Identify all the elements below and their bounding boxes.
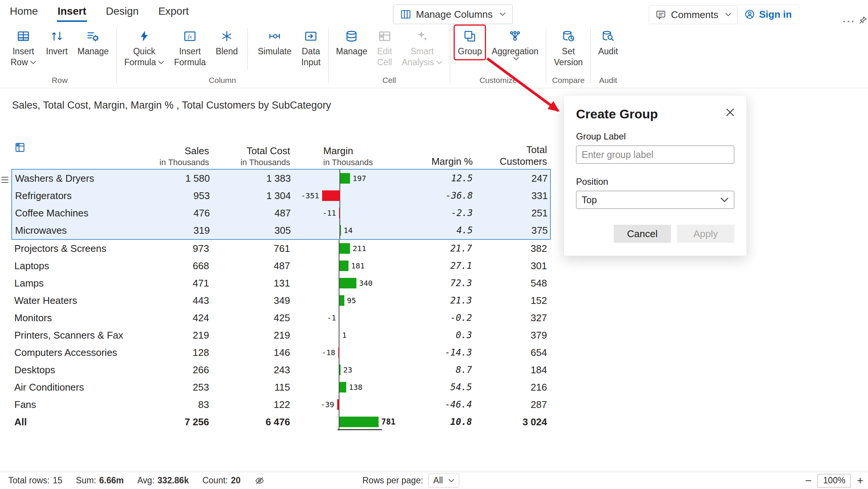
ribbon-button-manage-row[interactable]: Manage [75, 26, 112, 59]
sales-value: 266 [130, 364, 213, 376]
table-row[interactable]: Microwaves319305144.5375 [12, 222, 550, 239]
column-header-margin-pct[interactable]: Margin % [411, 156, 477, 167]
cost-value: 122 [213, 399, 294, 411]
table-row[interactable]: Monitors424425-1-0.2327 [11, 309, 551, 327]
ribbon-button-label: Group [458, 46, 482, 57]
margin-bar [322, 190, 340, 201]
status-summary: Total rows:15Sum:6.66mAvg:332.86kCount:2… [8, 472, 265, 489]
ribbon-button-insert-formula[interactable]: fxInsertFormula [171, 26, 209, 70]
ribbon-button-group[interactable]: Group [455, 26, 485, 59]
apply-button[interactable]: Apply [677, 225, 734, 243]
margin-pct-value: 27.1 [411, 261, 477, 271]
ribbon-group-compare: SetVersionCompare [547, 24, 590, 88]
zoom-controls: − 100% + [805, 472, 863, 489]
table-row[interactable]: Water Heaters4433499521.3152 [11, 292, 551, 309]
table-row[interactable]: Lamps47113134072.3548 [11, 274, 551, 292]
margin-bar [339, 243, 350, 254]
margin-chart-cell: -18 [294, 344, 411, 361]
comments-label: Comments [671, 9, 718, 21]
ribbon-button-aggregation[interactable]: Aggregation [489, 26, 541, 63]
table-select-icon[interactable] [14, 142, 26, 153]
tab-export[interactable]: Export [157, 5, 189, 22]
table-row[interactable]: Air Conditioners25311513854.5216 [11, 379, 551, 396]
ribbon-button-data-input[interactable]: DataInput [298, 26, 324, 70]
table-row[interactable]: Refrigerators9531 304-351-36.8331 [12, 187, 550, 204]
status-item-label: Total rows: [8, 475, 50, 485]
close-icon[interactable] [724, 107, 736, 118]
zoom-in-button[interactable]: + [857, 475, 863, 486]
customers-value: 184 [477, 364, 551, 376]
margin-chart-cell: -1 [294, 309, 411, 327]
table-row-total[interactable]: All7 2566 47678110.83 024 [11, 413, 551, 431]
pin-icon[interactable] [858, 15, 868, 25]
table-row[interactable]: Fans83122-39-46.4287 [11, 396, 551, 413]
status-item-label: Sum: [76, 475, 96, 485]
margin-bar [339, 365, 341, 375]
table-row[interactable]: Projectors & Screens97376121121.7382 [11, 240, 551, 257]
customers-value: 3 024 [477, 416, 551, 428]
cost-value: 305 [214, 225, 295, 236]
ribbon-button-set-version[interactable]: SetVersion [551, 26, 586, 70]
chevron-down-icon [30, 61, 36, 64]
column-header-rows [11, 142, 130, 156]
margin-chart-cell: 197 [295, 170, 411, 187]
tab-insert[interactable]: Insert [57, 5, 87, 22]
margin-bar-label: 197 [353, 174, 366, 183]
column-header-margin[interactable]: Margin in Thousands [294, 145, 411, 167]
comments-button[interactable]: Comments [649, 5, 738, 24]
cancel-button[interactable]: Cancel [614, 225, 671, 243]
group-label-input[interactable] [576, 146, 734, 164]
lightning-icon [138, 29, 151, 43]
app-header: HomeInsertDesignExport Manage Columns Co… [0, 0, 868, 24]
drag-handle-icon[interactable] [2, 175, 8, 185]
ribbon-button-insert-row[interactable]: InsertRow [8, 26, 39, 70]
margin-chart-cell: 211 [294, 240, 411, 257]
sales-value: 319 [131, 225, 214, 236]
position-select[interactable]: Top [576, 191, 734, 209]
ribbon-button-simulate[interactable]: Simulate [255, 26, 294, 59]
ribbon-button-smart-analysis: SmartAnalysis [399, 26, 446, 70]
ribbon-group-audit: AuditAudit [591, 24, 625, 88]
margin-pct-value: 4.5 [411, 225, 477, 236]
column-header-sales[interactable]: Sales in Thousands [130, 145, 213, 167]
group-squares-icon [463, 29, 477, 43]
eye-off-icon[interactable] [254, 475, 265, 486]
status-item-value: 15 [53, 475, 63, 485]
position-select-value: Top [582, 195, 597, 205]
table-row[interactable]: Coffee Machines476487-11-2.3251 [12, 204, 550, 222]
ribbon-button-label: Edit [377, 46, 392, 57]
zoom-out-button[interactable]: − [805, 475, 812, 486]
row-label: Projectors & Screens [11, 243, 130, 254]
column-header-total-customers[interactable]: Total Customers [477, 144, 551, 167]
margin-pct-value: 10.8 [411, 417, 477, 427]
manage-columns-button[interactable]: Manage Columns [393, 5, 513, 24]
table-row[interactable]: Laptops66848718127.1301 [11, 257, 551, 274]
status-item-value: 6.66m [99, 475, 124, 485]
margin-chart-cell: -39 [294, 396, 411, 413]
invert-arrows-icon [50, 29, 64, 43]
table-row[interactable]: Washers & Dryers1 5801 38319712.5247 [12, 170, 550, 187]
table-row[interactable]: Desktops266243238.7184 [11, 361, 551, 379]
margin-pct-value: 72.3 [411, 278, 477, 288]
tab-design[interactable]: Design [105, 5, 139, 22]
ribbon-button-invert[interactable]: Invert [43, 26, 71, 59]
margin-pct-value: 54.5 [411, 382, 477, 392]
rows-per-page-select[interactable]: All [428, 474, 459, 487]
ribbon-group-divider [328, 29, 329, 83]
table-body: Washers & Dryers1 5801 38319712.5247Refr… [11, 169, 551, 431]
rows-per-page: Rows per page: All [362, 472, 459, 489]
column-header-total-cost[interactable]: Total Cost in Thousands [213, 145, 294, 167]
zoom-level[interactable]: 100% [818, 474, 851, 487]
more-options-button[interactable]: … [842, 10, 856, 26]
margin-pct-value: -0.2 [411, 313, 477, 323]
ribbon-button-audit[interactable]: Audit [595, 26, 621, 59]
ribbon-button-blend[interactable]: Blend [212, 26, 241, 59]
row-label: Lamps [11, 277, 130, 289]
table-row[interactable]: Printers, Scanners & Fax21921910.3379 [11, 327, 551, 344]
tab-home[interactable]: Home [9, 5, 39, 22]
ribbon-button-quick-formula[interactable]: QuickFormula [121, 26, 167, 70]
table-row[interactable]: Computers Accessories128146-18-14.3654 [11, 344, 551, 361]
margin-bar [338, 347, 339, 358]
sign-in-button[interactable]: Sign in [737, 5, 799, 24]
ribbon-button-manage-cell[interactable]: Manage [333, 26, 370, 59]
